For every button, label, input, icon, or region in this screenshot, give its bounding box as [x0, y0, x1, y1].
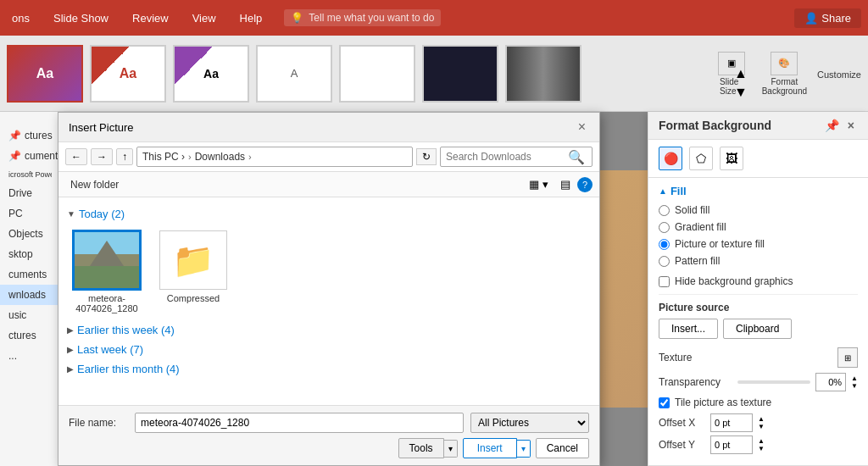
filename-input[interactable]	[135, 413, 464, 433]
file-item-meteora[interactable]: meteora-4074026_1280	[69, 230, 145, 313]
forward-button[interactable]: →	[91, 148, 113, 165]
menu-view[interactable]: View	[187, 8, 221, 28]
sidebar-item-drive[interactable]: Drive	[0, 183, 60, 203]
menu-help[interactable]: Help	[235, 8, 268, 28]
files-grid-today: meteora-4074026_1280 📁 Compressed	[65, 224, 593, 320]
footer-buttons: Tools ▾ Insert ▾ Cancel	[69, 438, 589, 458]
sidebar-item-desktop[interactable]: sktop	[0, 244, 60, 264]
slide-thumb-7[interactable]	[505, 45, 581, 103]
dialog-close-button[interactable]: ×	[575, 119, 589, 135]
fill-arrow-icon: ▲	[659, 186, 667, 196]
menu-review[interactable]: Review	[127, 8, 174, 28]
dialog-title-text: Insert Picture	[69, 121, 134, 134]
address-bar[interactable]: This PC › › Downloads ›	[136, 147, 413, 167]
sidebar-item-pictures2[interactable]: ctures	[0, 325, 60, 346]
pattern-fill-radio[interactable]	[659, 256, 670, 267]
view-list-btn[interactable]: ▤	[555, 175, 576, 193]
format-bg-icon: 🎨	[771, 52, 798, 75]
gradient-fill-radio[interactable]	[659, 222, 670, 233]
tile-checkbox[interactable]	[659, 397, 670, 408]
offset-y-spinner[interactable]: ▲▼	[758, 437, 765, 452]
section-today-label: Today (2)	[79, 208, 125, 220]
picture-fill-option[interactable]: Picture or texture fill	[659, 238, 858, 250]
view-icon-btn[interactable]: ▦ ▾	[524, 175, 554, 193]
picture-source-buttons: Insert... Clipboard	[659, 319, 858, 339]
insert-dropdown-button[interactable]: ▾	[517, 440, 531, 458]
picture-fill-radio[interactable]	[659, 239, 670, 250]
downloads-link[interactable]: Downloads	[195, 151, 245, 163]
sidebar-item-more[interactable]: ...	[0, 346, 60, 366]
dialog-files: ▼ Today (2) meteora-4074026_1280	[58, 197, 599, 405]
panel-pin-icon[interactable]: 📌	[825, 119, 839, 132]
address-text: This PC ›	[142, 151, 185, 163]
format-background-button[interactable]: 🎨 FormatBackground	[755, 48, 814, 99]
insert-button[interactable]: Insert	[463, 438, 517, 458]
clipboard-button[interactable]: Clipboard	[723, 319, 792, 339]
panel-tabs: 🔴 ⬠ 🖼	[648, 140, 868, 178]
hide-bg-checkbox[interactable]	[659, 276, 670, 287]
slide-thumb-4[interactable]: A	[256, 45, 332, 103]
sidebar-item-objects[interactable]: Objects	[0, 224, 60, 244]
hide-bg-option[interactable]: Hide background graphics	[659, 275, 858, 287]
offset-y-input[interactable]	[710, 435, 753, 454]
transparency-slider[interactable]	[737, 380, 811, 384]
sidebar-item-documents[interactable]: 📌 cuments	[0, 146, 60, 166]
gradient-fill-option[interactable]: Gradient fill	[659, 221, 858, 233]
sidebar-item-pictures[interactable]: 📌 ctures	[0, 125, 60, 146]
menu-slideshow[interactable]: Slide Show	[48, 8, 114, 28]
customize-label: Customize	[817, 69, 861, 80]
sidebar-item-downloads[interactable]: wnloads	[0, 285, 60, 305]
tools-button[interactable]: Tools	[398, 438, 444, 458]
tools-dropdown-button[interactable]: ▾	[444, 440, 458, 458]
menu-ons[interactable]: ons	[7, 8, 35, 28]
new-folder-button[interactable]: New folder	[65, 177, 124, 192]
section-today[interactable]: ▼ Today (2)	[65, 204, 593, 224]
main-content: 📌 ctures 📌 cuments icrosoft PowerP Drive…	[0, 112, 868, 466]
panel-close-button[interactable]: ×	[844, 119, 858, 132]
panel-tab-image[interactable]: 🖼	[720, 147, 743, 170]
slide-thumb-5[interactable]	[339, 45, 415, 103]
panel-tab-fill[interactable]: 🔴	[659, 147, 682, 170]
up-button[interactable]: ↑	[116, 148, 133, 165]
refresh-button[interactable]: ↻	[416, 148, 437, 165]
insert-picture-button[interactable]: Insert...	[659, 319, 718, 339]
slide-thumb-2[interactable]: Aa	[90, 45, 166, 103]
picture-source-label: Picture source	[659, 302, 858, 313]
section-earlier-week[interactable]: ▶ Earlier this week (4)	[65, 320, 593, 340]
dialog-footer: File name: All Pictures Tools ▾ Insert ▾…	[58, 405, 599, 465]
slide-thumb-1[interactable]: Aa	[7, 45, 83, 103]
sidebar-item-powerpoint[interactable]: icrosoft PowerP	[0, 166, 60, 183]
offset-x-spinner[interactable]: ▲▼	[758, 415, 765, 430]
texture-button[interactable]: ⊞	[837, 347, 858, 368]
share-button[interactable]: 👤 Share	[794, 8, 861, 28]
back-button[interactable]: ←	[65, 148, 87, 165]
section-earlier-month[interactable]: ▶ Earlier this month (4)	[65, 359, 593, 379]
sidebar-label-pictures: ctures	[25, 130, 53, 141]
ribbon-search[interactable]: 💡 Tell me what you want to do	[284, 9, 441, 26]
panel-divider	[659, 294, 858, 295]
left-sidebar: 📌 ctures 📌 cuments icrosoft PowerP Drive…	[0, 112, 61, 466]
help-button[interactable]: ?	[577, 177, 593, 192]
pattern-fill-option[interactable]: Pattern fill	[659, 255, 858, 267]
sidebar-item-documents2[interactable]: cuments	[0, 264, 60, 285]
section-last-week[interactable]: ▶ Last week (7)	[65, 340, 593, 359]
solid-fill-option[interactable]: Solid fill	[659, 204, 858, 216]
offset-y-label: Offset Y	[659, 439, 705, 451]
transparency-spinner[interactable]: ▲▼	[851, 374, 858, 390]
solid-fill-radio[interactable]	[659, 205, 670, 216]
filetype-select[interactable]: All Pictures	[470, 413, 589, 433]
tile-option[interactable]: Tile picture as texture	[659, 397, 858, 408]
search-input[interactable]	[446, 151, 565, 163]
slide-thumb-6[interactable]	[422, 45, 498, 103]
transparency-input[interactable]	[815, 373, 846, 391]
panel-tab-effects[interactable]: ⬠	[689, 147, 713, 170]
sidebar-item-pc[interactable]: PC	[0, 203, 60, 224]
offset-x-input[interactable]	[710, 413, 753, 432]
picture-fill-label: Picture or texture fill	[675, 238, 765, 250]
sidebar-item-music[interactable]: usic	[0, 305, 60, 325]
file-name-compressed: Compressed	[167, 293, 220, 303]
cancel-button[interactable]: Cancel	[536, 438, 589, 458]
slide-thumb-3[interactable]: Aa	[173, 45, 249, 103]
file-item-compressed[interactable]: 📁 Compressed	[155, 230, 231, 313]
scroll-down-button[interactable]: ▼	[732, 74, 749, 112]
